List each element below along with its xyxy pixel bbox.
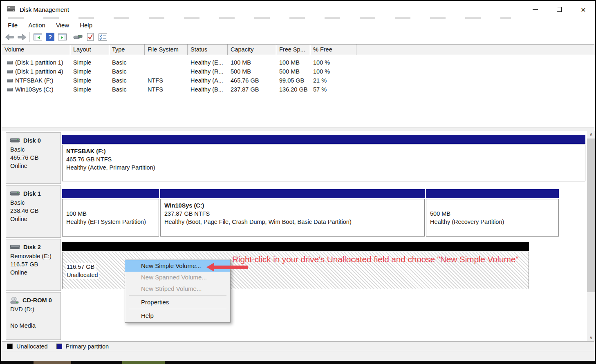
cdrom-row: CD-ROM 0 DVD (D:) No Media bbox=[2, 292, 594, 340]
scroll-down-arrow-icon[interactable]: ∨ bbox=[587, 334, 595, 341]
window-bottom-strip bbox=[2, 351, 594, 361]
task-list-button[interactable] bbox=[96, 31, 109, 43]
cell-status: Healthy (A... bbox=[188, 77, 228, 84]
volume-name: (Disk 1 partition 4) bbox=[15, 68, 63, 75]
cell-capacity: 465.76 GB bbox=[228, 77, 276, 84]
console-tree-button[interactable] bbox=[31, 31, 44, 43]
action-pane-icon bbox=[58, 33, 67, 40]
cdrom-label[interactable]: CD-ROM 0 DVD (D:) No Media bbox=[6, 292, 61, 340]
cell-status: Healthy (E... bbox=[188, 59, 228, 66]
volume-table-header: Volume Layout Type File System Status Ca… bbox=[2, 45, 594, 55]
primary-partition-bar bbox=[426, 189, 559, 198]
rescan-disks-icon bbox=[73, 34, 83, 40]
cell-type: Basic bbox=[109, 86, 145, 93]
partition-recovery[interactable]: 500 MB Healthy (Recovery Partition) bbox=[426, 189, 559, 237]
toolbar: ? bbox=[3, 30, 593, 44]
volume-name: Win10Sys (C:) bbox=[15, 86, 53, 93]
table-row[interactable]: Win10Sys (C:) Simple Basic NTFS Healthy … bbox=[2, 85, 594, 94]
column-header-capacity[interactable]: Capacity bbox=[228, 45, 276, 55]
partition-size: 100 MB bbox=[66, 210, 159, 218]
cell-pct-free: 21 % bbox=[310, 77, 356, 84]
cell-capacity: 237.87 GB bbox=[228, 86, 276, 93]
back-button[interactable] bbox=[3, 31, 16, 43]
menu-item-new-spanned-volume[interactable]: New Spanned Volume... bbox=[125, 272, 230, 283]
desktop-edge bbox=[1, 361, 595, 364]
partition-size: 237.87 GB NTFS bbox=[164, 210, 424, 218]
table-row[interactable]: (Disk 1 partition 1) Simple Basic Health… bbox=[2, 58, 594, 67]
menu-help[interactable]: Help bbox=[74, 21, 98, 29]
scroll-up-arrow-icon[interactable]: ∧ bbox=[587, 131, 595, 138]
menu-separator bbox=[129, 295, 226, 296]
cell-fs: NTFS bbox=[145, 86, 188, 93]
menu-item-properties[interactable]: Properties bbox=[125, 297, 230, 308]
menu-view[interactable]: View bbox=[51, 21, 74, 29]
partition-health: Healthy (Boot, Page File, Crash Dump, Wi… bbox=[164, 218, 424, 226]
cell-layout: Simple bbox=[70, 77, 109, 84]
disk0-label[interactable]: Disk 0 Basic 465.76 GB Online bbox=[6, 132, 61, 184]
table-row[interactable]: NTFSBAK (F:) Simple Basic NTFS Healthy (… bbox=[2, 76, 594, 85]
desktop-fragment bbox=[122, 361, 165, 364]
disk-size: 465.76 GB bbox=[10, 154, 60, 162]
volume-icon bbox=[7, 78, 13, 83]
column-header-free-space[interactable]: Free Sp... bbox=[276, 45, 310, 55]
maximize-button[interactable] bbox=[550, 3, 569, 16]
vertical-scrollbar[interactable]: ∧ ∨ bbox=[587, 131, 595, 341]
disk-graph-pane: Disk 0 Basic 465.76 GB Online NTFSBAK (F… bbox=[2, 131, 594, 341]
column-header-filler bbox=[356, 45, 594, 55]
forward-button[interactable] bbox=[16, 31, 28, 43]
app-disk-icon[interactable] bbox=[7, 5, 16, 14]
column-header-layout[interactable]: Layout bbox=[70, 45, 109, 55]
disk-status: Online bbox=[10, 215, 60, 223]
minimize-button[interactable] bbox=[526, 3, 544, 16]
partition-health: Healthy (EFI System Partition) bbox=[66, 218, 159, 226]
partition-win10sys[interactable]: Win10Sys (C:) 237.87 GB NTFS Healthy (Bo… bbox=[160, 189, 425, 237]
cell-capacity: 500 MB bbox=[228, 68, 276, 75]
cell-pct-free: 100 % bbox=[310, 59, 356, 66]
cell-free: 136.20 GB bbox=[276, 86, 310, 93]
menu-action[interactable]: Action bbox=[23, 21, 51, 29]
column-header-type[interactable]: Type bbox=[109, 45, 145, 55]
primary-partition-bar bbox=[160, 189, 425, 198]
partition-efi[interactable]: 100 MB Healthy (EFI System Partition) bbox=[62, 189, 159, 237]
disk-kind: Basic bbox=[10, 199, 60, 207]
primary-partition-bar bbox=[62, 135, 585, 144]
disk2-label[interactable]: Disk 2 Removable (E:) 116.57 GB Online bbox=[6, 239, 61, 291]
column-header-pct-free[interactable]: % Free bbox=[310, 45, 356, 55]
column-header-status[interactable]: Status bbox=[188, 45, 228, 55]
close-icon: × bbox=[581, 5, 586, 14]
console-tree-icon bbox=[34, 33, 42, 40]
disk-status: Online bbox=[10, 268, 60, 277]
menu-item-new-striped-volume[interactable]: New Striped Volume... bbox=[125, 283, 230, 295]
partition-title bbox=[66, 201, 159, 210]
close-button[interactable]: × bbox=[574, 3, 593, 16]
menu-item-help[interactable]: Help bbox=[125, 310, 230, 322]
partition-size: 465.76 GB NTFS bbox=[66, 155, 585, 163]
cell-pct-free: 57 % bbox=[310, 86, 356, 93]
partition-title bbox=[430, 201, 558, 210]
toolbar-separator bbox=[70, 32, 70, 42]
disk-name: Disk 1 bbox=[23, 190, 41, 198]
cell-layout: Simple bbox=[70, 86, 109, 93]
help-button[interactable]: ? bbox=[44, 31, 56, 43]
column-header-volume[interactable]: Volume bbox=[2, 45, 70, 55]
table-row[interactable]: (Disk 1 partition 4) Simple Basic Health… bbox=[2, 67, 594, 76]
desktop-fragment bbox=[34, 361, 71, 364]
disk1-row: Disk 1 Basic 238.46 GB Online 100 MB Hea… bbox=[2, 185, 594, 238]
rescan-disks-button[interactable] bbox=[72, 31, 84, 43]
unallocated-size: 116.57 GB bbox=[66, 263, 96, 271]
action-pane-button[interactable] bbox=[56, 31, 68, 43]
pane-splitter[interactable] bbox=[2, 127, 594, 131]
check-document-button[interactable] bbox=[84, 31, 96, 43]
column-header-file-system[interactable]: File System bbox=[145, 45, 188, 55]
menu-file[interactable]: File bbox=[2, 21, 23, 29]
disk-size: 238.46 GB bbox=[10, 207, 60, 215]
maximize-icon bbox=[557, 7, 562, 12]
cell-status: Healthy (R... bbox=[188, 68, 228, 75]
partition-ntfsbak[interactable]: NTFSBAK (F:) 465.76 GB NTFS Healthy (Act… bbox=[62, 135, 585, 181]
disk-kind: Removable (E:) bbox=[10, 252, 60, 260]
annotation-text: Right-click in your drive's Unallocated … bbox=[232, 255, 519, 264]
scrollbar-thumb[interactable] bbox=[587, 138, 595, 292]
disk1-label[interactable]: Disk 1 Basic 238.46 GB Online bbox=[6, 185, 61, 238]
partition-health: Healthy (Active, Primary Partition) bbox=[66, 163, 585, 172]
task-list-icon bbox=[99, 33, 107, 41]
